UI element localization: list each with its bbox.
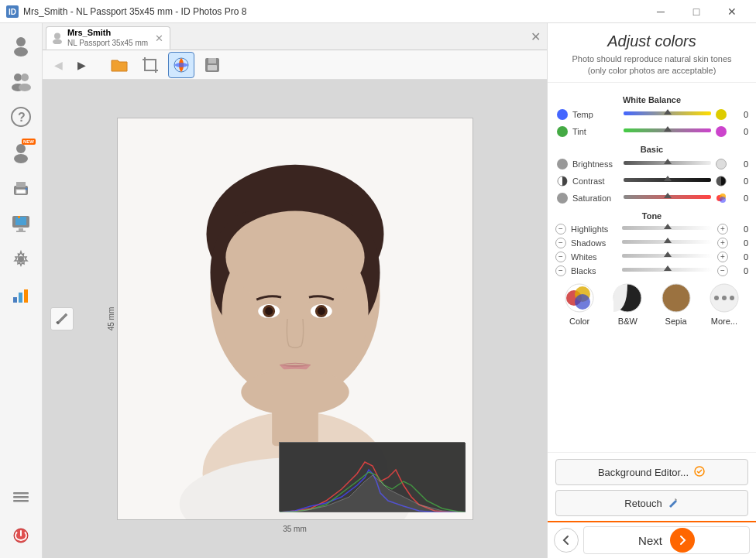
preset-more-label: More... xyxy=(711,317,737,326)
photo-container: 45 mm xyxy=(43,80,547,558)
tab-mrs-smith[interactable]: Mrs_Smith NL Passport 35x45 mm ✕ xyxy=(46,26,170,50)
section-white-balance-label: White Balance xyxy=(555,95,748,104)
crop-button[interactable] xyxy=(137,52,163,78)
svg-rect-13 xyxy=(16,182,26,187)
contrast-value: 0 xyxy=(731,176,748,186)
toolbar: ◀ ▶ xyxy=(43,50,547,80)
tint-slider[interactable] xyxy=(624,128,711,134)
saturation-right-icon xyxy=(714,191,728,205)
svg-point-3 xyxy=(14,47,28,56)
saturation-slider[interactable] xyxy=(624,195,711,200)
blacks-minus[interactable]: − xyxy=(555,265,566,276)
whites-plus[interactable]: + xyxy=(717,252,728,262)
sidebar-item-person[interactable] xyxy=(5,29,37,62)
whites-value: 0 xyxy=(731,252,748,262)
saturation-slider-row: Saturation 0 xyxy=(555,191,748,205)
svg-point-15 xyxy=(26,188,28,190)
brightness-value: 0 xyxy=(731,159,748,169)
sidebar-item-power[interactable] xyxy=(5,519,37,552)
sidebar-item-chart[interactable] xyxy=(5,279,37,311)
sidebar-item-settings[interactable] xyxy=(5,243,37,276)
brightness-slider[interactable] xyxy=(624,161,711,166)
shadows-slider[interactable] xyxy=(622,240,713,245)
preset-sepia-label: Sepia xyxy=(665,317,687,326)
nav-back-button[interactable]: ◀ xyxy=(49,56,67,74)
svg-rect-23 xyxy=(19,293,22,303)
blacks-plus[interactable]: − xyxy=(717,265,728,276)
sidebar-item-group[interactable] xyxy=(5,65,37,98)
photo-frame: 45 mm xyxy=(117,118,473,520)
sidebar-item-monitor[interactable] xyxy=(5,207,37,240)
minimize-button[interactable]: ─ xyxy=(643,0,679,23)
preset-color[interactable]: Color xyxy=(564,282,595,326)
preset-sepia[interactable]: Sepia xyxy=(661,282,692,326)
shadows-plus[interactable]: + xyxy=(717,238,728,248)
shadows-slider-row: − Shadows + 0 xyxy=(555,238,748,248)
highlights-minus[interactable]: − xyxy=(555,224,566,234)
highlights-slider[interactable] xyxy=(622,226,713,231)
blacks-slider[interactable] xyxy=(622,268,713,273)
close-button[interactable]: ✕ xyxy=(714,0,750,23)
nav-prev-button[interactable] xyxy=(554,528,579,553)
temp-slider-row: Temp 0 xyxy=(555,108,748,122)
preset-bw[interactable]: B&W xyxy=(612,282,643,326)
right-panel: Adjust colors Photo should reproduce nat… xyxy=(547,23,756,558)
maximize-button[interactable]: □ xyxy=(679,0,714,23)
contrast-slider[interactable] xyxy=(624,178,711,183)
temp-right-icon xyxy=(714,108,728,122)
svg-point-11 xyxy=(14,154,28,163)
color-adjust-button[interactable] xyxy=(168,52,194,78)
histogram-overlay xyxy=(279,442,465,512)
shadows-label: Shadows xyxy=(571,238,619,248)
panel-title: Adjust colors xyxy=(555,33,748,50)
retouch-label: Retouch xyxy=(624,498,662,509)
retouch-button[interactable]: Retouch xyxy=(555,490,748,516)
preset-color-label: Color xyxy=(569,317,589,326)
titlebar: ID Mrs_Smith - NL Passport 35x45 mm - ID… xyxy=(0,0,756,23)
tabs-spacer xyxy=(170,23,524,50)
svg-rect-22 xyxy=(13,297,17,303)
svg-point-5 xyxy=(21,74,29,81)
tabs-bar: Mrs_Smith NL Passport 35x45 mm ✕ ✕ xyxy=(43,23,547,50)
brightness-right-icon xyxy=(714,157,728,171)
sidebar-item-lines[interactable] xyxy=(5,481,37,513)
svg-point-30 xyxy=(54,33,60,39)
sidebar-item-help[interactable]: ? xyxy=(5,101,37,133)
close-all-button[interactable]: ✕ xyxy=(524,23,547,50)
sidebar-item-print[interactable] xyxy=(5,172,37,204)
blacks-value: 0 xyxy=(731,266,748,276)
temp-slider[interactable] xyxy=(624,111,711,117)
temp-label: Temp xyxy=(572,110,620,119)
save-button[interactable] xyxy=(199,52,225,78)
preset-bw-label: B&W xyxy=(618,317,637,326)
whites-slider[interactable] xyxy=(622,254,713,259)
new-badge: NEW xyxy=(22,139,36,145)
right-panel-scroll[interactable]: White Balance Temp 0 xyxy=(548,83,756,452)
background-editor-button[interactable]: Background Editor... xyxy=(555,459,748,485)
highlights-plus[interactable]: + xyxy=(717,224,728,234)
svg-point-50 xyxy=(225,211,364,303)
eyedropper-button[interactable] xyxy=(50,307,74,330)
saturation-value: 0 xyxy=(731,193,748,203)
svg-rect-58 xyxy=(272,392,318,447)
open-folder-button[interactable] xyxy=(106,52,132,78)
svg-point-72 xyxy=(714,296,719,300)
right-panel-header: Adjust colors Photo should reproduce nat… xyxy=(548,23,756,83)
svg-rect-19 xyxy=(19,228,23,231)
highlights-value: 0 xyxy=(731,224,748,234)
next-button[interactable]: Next xyxy=(583,526,750,554)
title-text: Mrs_Smith - NL Passport 35x45 mm - ID Ph… xyxy=(23,6,643,17)
tint-value: 0 xyxy=(731,127,748,136)
preset-more[interactable]: More... xyxy=(709,282,740,326)
svg-point-70 xyxy=(662,284,690,312)
section-basic-label: Basic xyxy=(555,145,748,154)
whites-minus[interactable]: − xyxy=(555,252,566,262)
contrast-left-icon xyxy=(555,174,569,188)
svg-rect-27 xyxy=(13,500,29,502)
shadows-minus[interactable]: − xyxy=(555,238,566,248)
sidebar-item-new-person[interactable]: NEW xyxy=(5,136,37,169)
highlights-label: Highlights xyxy=(571,224,619,234)
nav-forward-button[interactable]: ▶ xyxy=(72,56,91,74)
tab-close-icon[interactable]: ✕ xyxy=(155,33,163,44)
brightness-left-icon xyxy=(555,157,569,171)
